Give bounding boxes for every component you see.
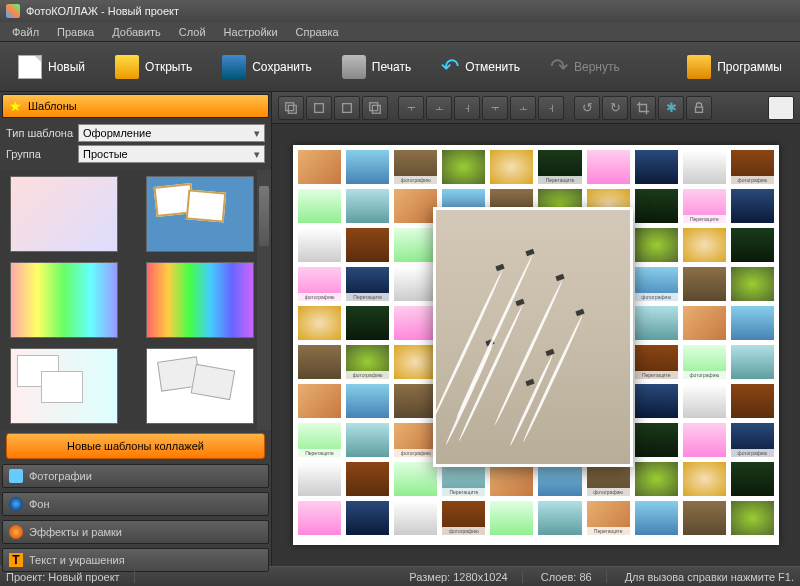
photo-cell[interactable] [682, 305, 727, 341]
photo-cell[interactable] [730, 383, 775, 419]
layer-back-button[interactable] [278, 96, 304, 120]
undo-button[interactable]: ↶Отменить [433, 52, 528, 82]
photo-cell[interactable] [297, 188, 342, 224]
template-thumb[interactable] [10, 176, 118, 252]
photo-cell[interactable] [682, 149, 727, 185]
photo-cell[interactable]: Перетащите [537, 149, 582, 185]
photo-cell[interactable] [634, 500, 679, 536]
photo-cell[interactable] [682, 500, 727, 536]
photo-cell[interactable] [393, 461, 438, 497]
crop-button[interactable] [630, 96, 656, 120]
photo-cell[interactable]: фотографию [634, 266, 679, 302]
photo-cell[interactable] [345, 149, 390, 185]
photo-cell[interactable] [393, 227, 438, 263]
sidebar-panel-text[interactable]: TТекст и украшения [2, 548, 269, 572]
redo-button[interactable]: ↷Вернуть [542, 52, 628, 82]
lock-button[interactable] [686, 96, 712, 120]
photo-cell[interactable] [345, 461, 390, 497]
align-left-button[interactable]: ⫟ [398, 96, 424, 120]
photo-cell[interactable] [634, 461, 679, 497]
align-right-button[interactable]: ⫞ [454, 96, 480, 120]
align-hcenter-button[interactable]: ⫠ [426, 96, 452, 120]
menu-edit[interactable]: Правка [49, 24, 102, 40]
menu-settings[interactable]: Настройки [216, 24, 286, 40]
photo-cell[interactable] [730, 266, 775, 302]
template-thumb[interactable] [146, 262, 254, 338]
photo-cell[interactable] [634, 149, 679, 185]
photo-cell[interactable] [345, 383, 390, 419]
menu-add[interactable]: Добавить [104, 24, 169, 40]
template-type-select[interactable]: Оформление [78, 124, 265, 142]
photo-cell[interactable]: фотографию [393, 422, 438, 458]
programs-button[interactable]: Программы [679, 51, 790, 83]
photo-cell[interactable]: фотографию [345, 344, 390, 380]
photo-cell[interactable] [345, 305, 390, 341]
template-thumb[interactable] [10, 262, 118, 338]
layer-forward-button[interactable] [334, 96, 360, 120]
photo-cell[interactable] [297, 227, 342, 263]
photo-cell[interactable] [393, 383, 438, 419]
template-group-select[interactable]: Простые [78, 145, 265, 163]
photo-cell[interactable] [730, 500, 775, 536]
photo-cell[interactable] [297, 461, 342, 497]
photo-cell[interactable]: фотографию [682, 344, 727, 380]
photo-cell[interactable] [634, 422, 679, 458]
photo-cell[interactable] [634, 383, 679, 419]
layer-front-button[interactable] [362, 96, 388, 120]
photo-cell[interactable]: Перетащите [634, 344, 679, 380]
menu-layer[interactable]: Слой [171, 24, 214, 40]
layer-backward-button[interactable] [306, 96, 332, 120]
align-bottom-button[interactable]: ⫞ [538, 96, 564, 120]
photo-cell[interactable] [345, 227, 390, 263]
photo-cell[interactable] [297, 500, 342, 536]
sidebar-panel-templates[interactable]: ★ Шаблоны [2, 94, 269, 118]
photo-cell[interactable] [537, 500, 582, 536]
photo-cell[interactable] [730, 227, 775, 263]
photo-cell[interactable]: фотографию [297, 266, 342, 302]
collage-canvas[interactable]: фотографиюПеретащитефотографиюфотографию… [293, 145, 779, 545]
photo-cell[interactable] [393, 500, 438, 536]
photo-cell[interactable] [345, 188, 390, 224]
print-button[interactable]: Печать [334, 51, 419, 83]
photo-cell[interactable] [682, 227, 727, 263]
photo-cell[interactable] [393, 305, 438, 341]
photo-cell[interactable]: Перетащите [297, 422, 342, 458]
photo-cell[interactable]: Перетащите [586, 500, 631, 536]
photo-cell[interactable]: Перетащите [345, 266, 390, 302]
photo-cell[interactable] [730, 188, 775, 224]
photo-cell[interactable] [297, 305, 342, 341]
photo-cell[interactable]: фотографию [441, 500, 486, 536]
photo-cell[interactable] [489, 500, 534, 536]
photo-cell[interactable]: фотографию [393, 149, 438, 185]
sidebar-panel-effects[interactable]: Эффекты и рамки [2, 520, 269, 544]
photo-cell[interactable] [682, 266, 727, 302]
rotate-left-button[interactable]: ↺ [574, 96, 600, 120]
save-button[interactable]: Сохранить [214, 51, 320, 83]
photo-cell[interactable] [730, 461, 775, 497]
open-button[interactable]: Открыть [107, 51, 200, 83]
photo-cell[interactable] [393, 344, 438, 380]
photo-cell[interactable] [345, 500, 390, 536]
photo-cell[interactable] [634, 227, 679, 263]
photo-cell[interactable] [730, 344, 775, 380]
photo-cell[interactable] [393, 266, 438, 302]
new-templates-button[interactable]: Новые шаблоны коллажей [6, 433, 265, 459]
menu-help[interactable]: Справка [288, 24, 347, 40]
photo-cell[interactable] [297, 383, 342, 419]
photo-cell[interactable] [634, 305, 679, 341]
template-scrollbar[interactable] [257, 170, 271, 430]
photo-cell[interactable] [393, 188, 438, 224]
photo-cell[interactable] [586, 149, 631, 185]
align-top-button[interactable]: ⫟ [482, 96, 508, 120]
template-thumb[interactable] [10, 348, 118, 424]
photo-cell[interactable]: фотографию [730, 422, 775, 458]
photo-cell[interactable]: фотографию [730, 149, 775, 185]
photo-cell[interactable] [297, 344, 342, 380]
new-button[interactable]: Новый [10, 51, 93, 83]
photo-cell[interactable] [297, 149, 342, 185]
blank-page-button[interactable] [768, 96, 794, 120]
center-photo[interactable] [433, 207, 633, 467]
menu-file[interactable]: Файл [4, 24, 47, 40]
photo-cell[interactable] [682, 461, 727, 497]
photo-cell[interactable]: Перетащите [682, 188, 727, 224]
